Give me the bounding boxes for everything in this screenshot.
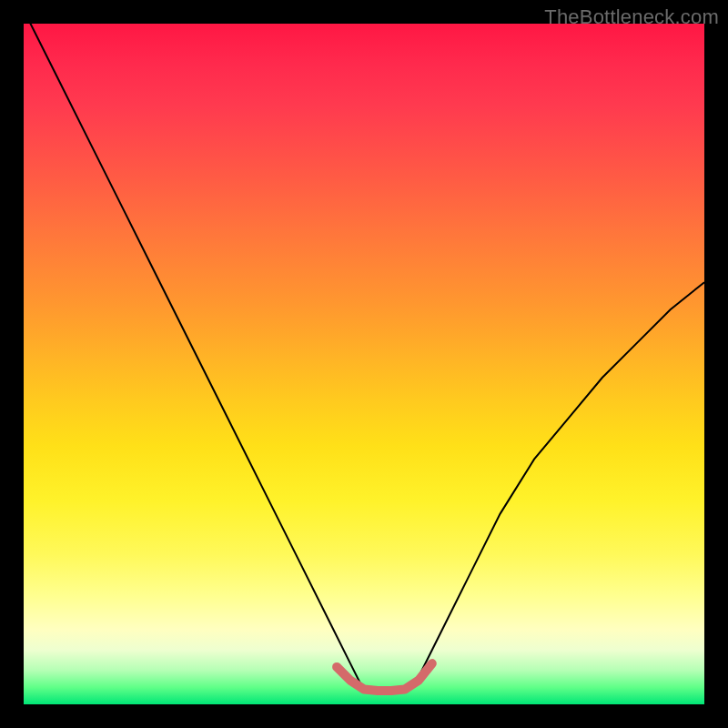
curve-layer [24,24,704,704]
bottleneck-curve [24,24,704,691]
plot-area [24,24,704,704]
watermark-text: TheBottleneck.com [544,5,719,29]
optimal-band [337,663,432,691]
